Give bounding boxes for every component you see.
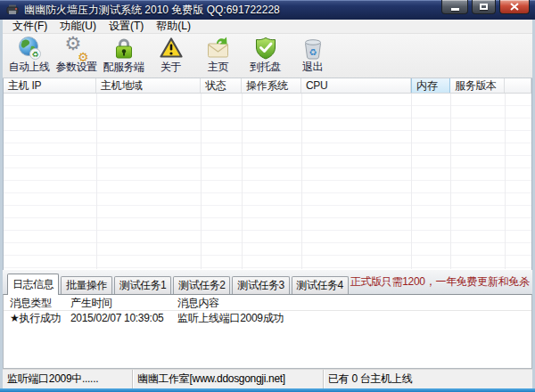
statusbar: 监听端口2009中...... 幽幽工作室[www.ddosgongji.net… xyxy=(3,369,532,388)
tab-log-info[interactable]: 日志信息 xyxy=(7,274,59,295)
log-column-time[interactable]: 产生时间 xyxy=(70,297,177,310)
minimize-icon xyxy=(451,8,459,11)
parameter-settings-button[interactable]: ⚙⚙ 参数设置 xyxy=(53,36,100,77)
column-header-host-ip[interactable]: 主机 IP xyxy=(4,78,96,93)
window-bottom-frame xyxy=(0,388,535,392)
menu-function[interactable]: 功能(U) xyxy=(54,20,102,33)
window-title: 幽幽防火墙压力测试系统 2010 免费版 QQ:691722228 xyxy=(24,0,280,20)
hosts-table-body[interactable] xyxy=(4,94,531,269)
toolbar: ♻ 自动上线 ⚙⚙ 参数设置 配服务端 xyxy=(3,34,532,78)
homepage-button[interactable]: 主页 xyxy=(194,36,242,77)
tool-label: 退出 xyxy=(302,61,323,73)
grid-line xyxy=(411,94,412,269)
menubar: 文件(F) 功能(U) 设置(T) 帮助(L) xyxy=(3,20,532,34)
log-row[interactable]: ★执行成功 2015/02/07 10:39:05 监听上线端口2009成功 xyxy=(4,311,531,326)
close-icon xyxy=(510,3,519,11)
tool-label: 到托盘 xyxy=(250,61,281,73)
column-header-region[interactable]: 主机地域 xyxy=(96,78,201,93)
tab-test-task-3[interactable]: 测试任务3 xyxy=(232,276,289,294)
log-message-type: ★执行成功 xyxy=(10,311,70,326)
configure-server-button[interactable]: 配服务端 xyxy=(100,36,147,77)
svg-text:♻: ♻ xyxy=(31,50,38,59)
about-button[interactable]: 关于 xyxy=(147,36,194,77)
grid-line xyxy=(450,94,451,269)
log-table-header: 消息类型 产生时间 消息内容 xyxy=(4,297,531,311)
gears-icon: ⚙⚙ xyxy=(64,36,89,61)
column-header-cpu[interactable]: CPU xyxy=(301,78,411,93)
column-header-status[interactable]: 状态 xyxy=(201,78,242,93)
tab-test-task-4[interactable]: 测试任务4 xyxy=(292,276,349,294)
status-studio-url: 幽幽工作室[www.ddosgongji.net] xyxy=(132,370,323,388)
tabstrip: 日志信息 批量操作 测试任务1 测试任务2 测试任务3 测试任务4 正式版只需1… xyxy=(3,270,532,294)
exit-button[interactable]: ♻ 退出 xyxy=(289,36,336,77)
log-content: 监听上线端口2009成功 xyxy=(177,311,531,326)
auto-online-button[interactable]: ♻ 自动上线 xyxy=(5,36,53,77)
menu-settings[interactable]: 设置(T) xyxy=(103,20,149,33)
menu-file[interactable]: 文件(F) xyxy=(7,20,53,33)
column-header-memory[interactable]: 内存 xyxy=(411,78,450,93)
grid-line xyxy=(301,94,302,269)
app-window: 幽幽防火墙压力测试系统 2010 免费版 QQ:691722228 文件(F) … xyxy=(0,0,535,392)
titlebar[interactable]: 幽幽防火墙压力测试系统 2010 免费版 QQ:691722228 xyxy=(0,0,535,20)
status-listening: 监听端口2009中...... xyxy=(3,370,132,388)
hosts-table-header: 主机 IP 主机地域 状态 操作系统 CPU 内存 服务版本 xyxy=(4,78,531,94)
menu-help[interactable]: 帮助(L) xyxy=(151,20,196,33)
column-header-os[interactable]: 操作系统 xyxy=(242,78,301,93)
hosts-listview: 主机 IP 主机地域 状态 操作系统 CPU 内存 服务版本 xyxy=(3,78,532,270)
log-column-message-type[interactable]: 消息类型 xyxy=(10,297,70,310)
column-header-service[interactable]: 服务版本 xyxy=(450,78,505,93)
column-header-filler xyxy=(505,78,531,93)
grid-line xyxy=(201,94,202,269)
svg-text:♻: ♻ xyxy=(309,47,317,57)
status-host-count: 已有 0 台主机上线 xyxy=(323,370,532,388)
tool-label: 关于 xyxy=(160,61,181,73)
promo-text: 正式版只需1200，一年免费更新和免杀 xyxy=(350,274,530,290)
tool-label: 配服务端 xyxy=(103,61,144,73)
grid-line xyxy=(96,94,97,269)
grid-line xyxy=(505,94,506,269)
tool-label: 自动上线 xyxy=(9,61,50,73)
log-time: 2015/02/07 10:39:05 xyxy=(70,311,177,326)
minimize-button[interactable] xyxy=(441,0,468,14)
warning-icon xyxy=(159,36,184,61)
shield-icon xyxy=(253,36,278,61)
tab-test-task-1[interactable]: 测试任务1 xyxy=(114,276,171,294)
tool-label: 参数设置 xyxy=(56,61,97,73)
tool-label: 主页 xyxy=(208,61,228,73)
globe-icon: ♻ xyxy=(17,36,42,61)
log-column-content[interactable]: 消息内容 xyxy=(177,297,531,310)
to-tray-button[interactable]: 到托盘 xyxy=(242,36,289,77)
tab-test-task-2[interactable]: 测试任务2 xyxy=(173,276,230,294)
mail-icon xyxy=(206,36,231,61)
app-icon xyxy=(6,4,19,16)
maximize-button[interactable] xyxy=(472,0,496,14)
tab-batch-operations[interactable]: 批量操作 xyxy=(61,276,112,294)
lock-icon xyxy=(111,36,136,61)
close-button[interactable] xyxy=(499,0,530,14)
grid-line xyxy=(242,94,243,269)
window-controls xyxy=(441,0,530,14)
maximize-icon xyxy=(480,4,488,10)
log-panel: 消息类型 产生时间 消息内容 ★执行成功 2015/02/07 10:39:05… xyxy=(3,294,532,369)
trash-icon: ♻ xyxy=(300,36,325,61)
